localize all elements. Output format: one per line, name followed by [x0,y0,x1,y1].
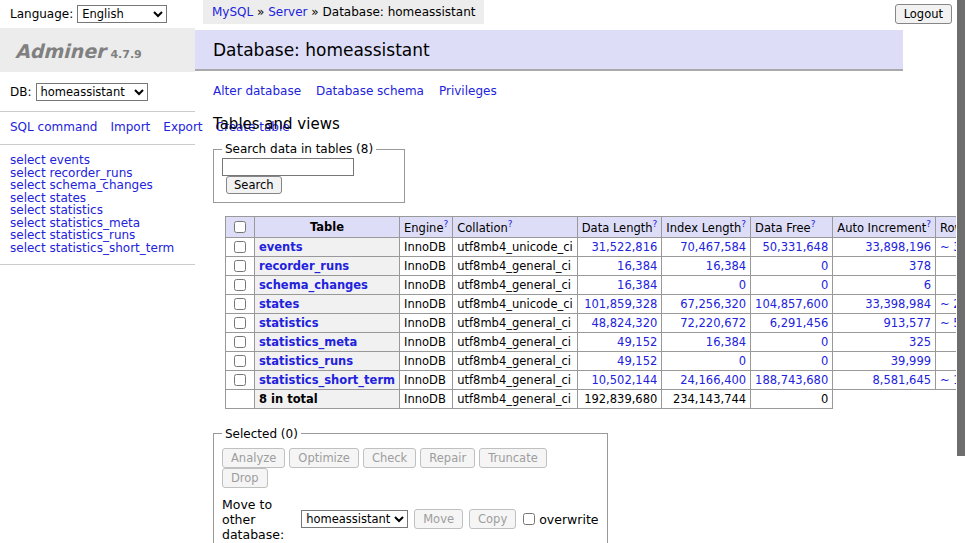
auto-increment-link[interactable]: 33,398,984 [865,297,931,311]
action-sql-command-link[interactable]: SQL command [10,120,97,134]
data-length-link[interactable]: 16,384 [617,278,657,292]
select-all-checkbox[interactable] [231,221,249,233]
column-header-data-free: Data Free? [751,217,833,238]
hint-icon[interactable]: ? [653,219,658,229]
column-header-engine: Engine? [400,217,453,238]
repair-button[interactable]: Repair [420,448,475,468]
optimize-button[interactable]: Optimize [289,448,359,468]
hint-icon[interactable]: ? [741,219,746,229]
data-length-link[interactable]: 49,152 [617,354,657,368]
app-logo: Adminer4.7.9 [0,28,195,72]
auto-increment-link[interactable]: 33,898,196 [865,240,931,254]
engine-cell: InnoDB [400,313,453,332]
row-checkbox[interactable] [234,260,246,272]
table-body: eventsInnoDButf8mb4_unicode_ci31,522,816… [226,237,966,408]
db-select[interactable]: homeassistant [36,83,148,101]
selected-buttons: AnalyzeOptimizeCheckRepairTruncateDrop [222,448,599,488]
row-checkbox[interactable] [234,317,246,329]
move-label: Move to other database: [222,497,295,542]
table-name-link[interactable]: statistics_short_term [259,373,395,387]
breadcrumb-current: Database: homeassistant [323,5,476,19]
index-length-link[interactable]: 0 [739,354,746,368]
table-name-link[interactable]: states [259,297,299,311]
table-name-link[interactable]: schema_changes [259,278,368,292]
engine-cell: InnoDB [400,351,453,370]
index-length-link[interactable]: 16,384 [706,259,746,273]
hint-icon[interactable]: ? [926,219,931,229]
table-name-link[interactable]: statistics_meta [259,335,357,349]
auto-increment-link[interactable]: 913,577 [883,316,931,330]
data-length-link[interactable]: 10,502,144 [591,373,657,387]
data-free-link[interactable]: 0 [821,259,828,273]
data-length-link[interactable]: 101,859,328 [584,297,657,311]
data-free-link[interactable]: 188,743,680 [755,373,828,387]
vertical-scrollbar[interactable] [956,0,966,543]
sidebar-select-statistics-short-term-link[interactable]: select statistics_short_term [10,242,185,255]
data-free-link[interactable]: 0 [821,335,828,349]
index-length-link[interactable]: 0 [739,278,746,292]
auto-increment-link[interactable]: 6 [924,278,931,292]
drop-button[interactable]: Drop [222,468,268,488]
hint-icon[interactable]: ? [443,219,448,229]
row-checkbox[interactable] [234,355,246,367]
db-privileges-link[interactable]: Privileges [439,84,497,98]
breadcrumb-separator: » [253,5,268,19]
language-row: Language:English [0,0,195,28]
search-input[interactable] [222,158,354,176]
truncate-button[interactable]: Truncate [479,448,547,468]
data-length-link[interactable]: 16,384 [617,259,657,273]
index-length-link[interactable]: 24,166,400 [680,373,746,387]
auto-increment-link[interactable]: 39,999 [891,354,931,368]
index-length-link[interactable]: 16,384 [706,335,746,349]
copy-button[interactable]: Copy [469,509,516,529]
table-name-link[interactable]: recorder_runs [259,259,349,273]
logout-button[interactable]: Logout [895,4,952,24]
hint-icon[interactable]: ? [811,219,816,229]
scrollbar-thumb[interactable] [957,0,965,456]
tables-heading: Tables and views [213,115,903,133]
language-select[interactable]: English [77,5,167,23]
auto-increment-link[interactable]: 378 [909,259,931,273]
collation-cell: utf8mb4_general_ci [453,351,578,370]
row-checkbox[interactable] [234,241,246,253]
table-name-link[interactable]: statistics_runs [259,354,353,368]
index-length-link[interactable]: 67,256,320 [680,297,746,311]
auto-increment-link[interactable]: 8,581,645 [873,373,932,387]
data-free-link[interactable]: 6,291,456 [770,316,829,330]
data-length-link[interactable]: 48,824,320 [591,316,657,330]
data-free-link[interactable]: 50,331,648 [762,240,828,254]
select-all-cell [226,217,255,238]
breadcrumb-mysql[interactable]: MySQL [212,5,253,19]
row-checkbox[interactable] [234,336,246,348]
table-name-link[interactable]: statistics [259,316,319,330]
row-checkbox[interactable] [234,298,246,310]
data-free-link[interactable]: 104,857,600 [755,297,828,311]
index-length-link[interactable]: 72,220,672 [680,316,746,330]
db-database-schema-link[interactable]: Database schema [316,84,424,98]
data-free-link[interactable]: 0 [821,278,828,292]
move-db-select[interactable]: homeassistant [301,510,408,528]
row-checkbox[interactable] [234,374,246,386]
collation-cell: utf8mb4_unicode_ci [453,294,578,313]
action-import-link[interactable]: Import [110,120,150,134]
row-checkbox[interactable] [234,279,246,291]
data-length-link[interactable]: 49,152 [617,335,657,349]
table-name-link[interactable]: events [259,240,303,254]
total-label: 8 in total [255,389,400,408]
column-header-index-length: Index Length? [662,217,751,238]
data-free-link[interactable]: 0 [821,354,828,368]
index-length-link[interactable]: 70,467,584 [680,240,746,254]
data-length-link[interactable]: 31,522,816 [591,240,657,254]
engine-cell: InnoDB [400,294,453,313]
engine-cell: InnoDB [400,370,453,389]
auto-increment-link[interactable]: 325 [909,335,931,349]
analyze-button[interactable]: Analyze [222,448,285,468]
overwrite-checkbox[interactable] [523,513,535,525]
search-button[interactable]: Search [226,176,282,194]
check-button[interactable]: Check [363,448,416,468]
overwrite-label: overwrite [539,512,598,527]
db-alter-database-link[interactable]: Alter database [213,84,301,98]
move-button[interactable]: Move [414,509,463,529]
breadcrumb-server[interactable]: Server [268,5,307,19]
hint-icon[interactable]: ? [508,219,513,229]
